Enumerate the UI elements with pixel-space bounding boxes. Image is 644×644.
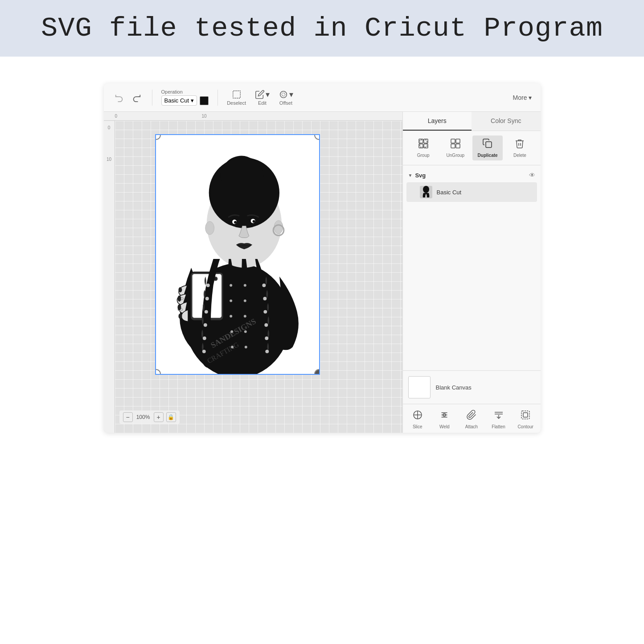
eye-icon[interactable]: 👁	[529, 172, 535, 179]
flatten-label: Flatten	[492, 424, 505, 429]
lock-button[interactable]: 🔒	[166, 412, 176, 422]
svg-rect-60	[486, 142, 492, 148]
canvas-area: 0 10 0 10 ✕ ↻	[104, 112, 402, 433]
edit-group: ▾ Edit	[255, 90, 270, 106]
operation-label: Operation	[161, 89, 209, 94]
svg-point-38	[265, 350, 269, 353]
svg-point-28	[205, 297, 209, 300]
svg-rect-55	[420, 140, 427, 147]
offset-label: Offset	[279, 100, 292, 106]
svg-rect-0	[233, 90, 240, 98]
attach-icon	[466, 410, 477, 422]
slice-tool[interactable]: Slice	[405, 408, 431, 431]
svg-point-13	[177, 304, 181, 311]
svg-point-24	[205, 222, 214, 235]
svg-point-46	[243, 315, 246, 318]
svg-rect-59	[456, 144, 460, 148]
redo-button[interactable]	[130, 91, 143, 104]
edit-button[interactable]: ▾	[255, 90, 270, 99]
weld-label: Weld	[439, 424, 450, 429]
zoom-value: 100%	[135, 414, 151, 420]
delete-tool[interactable]: Delete	[505, 135, 535, 160]
offset-button[interactable]: ▾	[279, 90, 293, 99]
layer-group-arrow[interactable]: ▼	[408, 173, 413, 178]
svg-point-39	[230, 284, 232, 287]
svg-point-40	[230, 299, 232, 302]
layers-list: ▼ Svg 👁 Basic Cut	[403, 165, 541, 370]
layer-thumbnail	[420, 186, 432, 198]
edit-arrow: ▾	[266, 90, 270, 99]
flatten-tool[interactable]: Flatten	[485, 408, 512, 431]
svg-point-2	[282, 93, 285, 96]
zoom-controls: − 100% + 🔒	[119, 410, 180, 424]
svg-rect-70	[523, 413, 528, 417]
delete-label: Delete	[513, 153, 526, 158]
attach-label: Attach	[465, 424, 478, 429]
operation-value: Basic Cut	[164, 97, 189, 104]
ruler-mark-10: 10	[202, 114, 207, 119]
canvas-image-wrapper[interactable]: ✕ ↻ 9.711 cm 15.539 ↙	[155, 134, 320, 375]
svg-rect-56	[451, 139, 455, 143]
separator-1	[152, 90, 152, 106]
svg-point-36	[264, 323, 268, 327]
group-icon	[418, 138, 429, 151]
group-tool[interactable]: Group	[408, 135, 439, 160]
separator-2	[217, 90, 218, 106]
weld-icon	[439, 410, 450, 422]
svg-point-12	[177, 295, 181, 302]
svg-point-25	[274, 221, 283, 234]
canvas-grid: ✕ ↻ 9.711 cm 15.539 ↙	[115, 121, 402, 433]
svg-point-61	[423, 186, 429, 193]
operation-dropdown-arrow: ▾	[191, 97, 194, 104]
svg-rect-58	[451, 144, 455, 148]
color-swatch[interactable]	[200, 96, 209, 105]
layer-item-basic-cut[interactable]: Basic Cut	[406, 182, 537, 202]
blank-canvas-section: Blank Canvas	[403, 370, 541, 404]
svg-point-23	[252, 220, 255, 223]
svg-point-37	[265, 336, 268, 340]
zoom-out-button[interactable]: −	[123, 412, 133, 422]
attach-tool[interactable]: Attach	[459, 408, 485, 431]
flatten-icon	[493, 410, 504, 422]
offset-arrow: ▾	[289, 90, 293, 99]
blank-canvas-label: Blank Canvas	[436, 384, 472, 391]
offset-group: ▾ Offset	[279, 90, 293, 106]
header-banner: SVG file tested in Cricut Program	[0, 0, 644, 57]
deselect-button[interactable]	[232, 90, 242, 99]
layer-group-svg[interactable]: ▼ Svg 👁	[403, 169, 541, 181]
svg-point-44	[243, 284, 246, 287]
layer-item-name: Basic Cut	[437, 189, 532, 196]
svg-point-11	[178, 287, 182, 292]
duplicate-tool[interactable]: Duplicate	[472, 135, 503, 160]
tab-color-sync[interactable]: Color Sync	[472, 112, 541, 131]
right-panel: Layers Color Sync	[402, 112, 541, 433]
svg-point-48	[244, 346, 247, 349]
more-button[interactable]: More ▾	[513, 94, 532, 101]
cricut-ui: Operation Basic Cut ▾ Deselect	[104, 83, 541, 433]
delete-icon	[514, 138, 525, 151]
panel-tabs: Layers Color Sync	[403, 112, 541, 131]
zoom-in-button[interactable]: +	[154, 412, 164, 422]
svg-point-35	[263, 310, 267, 314]
svg-point-33	[262, 283, 266, 287]
contour-tool[interactable]: Contour	[513, 408, 539, 431]
ungroup-icon	[450, 138, 461, 151]
tab-layers[interactable]: Layers	[403, 112, 472, 131]
contour-label: Contour	[517, 424, 533, 429]
svg-point-29	[204, 310, 208, 314]
ruler-v-0: 0	[108, 125, 111, 130]
bottom-tools: Slice Weld	[403, 404, 541, 433]
operation-select[interactable]: Basic Cut ▾	[161, 95, 197, 106]
more-arrow: ▾	[529, 94, 532, 101]
operation-group: Operation Basic Cut ▾	[161, 89, 209, 106]
weld-tool[interactable]: Weld	[431, 408, 458, 431]
undo-button[interactable]	[113, 91, 126, 104]
header-title: SVG file tested in Cricut Program	[27, 12, 617, 44]
operation-select-row: Basic Cut ▾	[161, 95, 209, 106]
deselect-label: Deselect	[227, 100, 246, 106]
svg-rect-57	[456, 139, 460, 143]
svg-rect-69	[521, 411, 529, 419]
svg-point-31	[202, 336, 206, 340]
duplicate-label: Duplicate	[478, 153, 498, 158]
ungroup-tool[interactable]: UnGroup	[440, 135, 471, 160]
